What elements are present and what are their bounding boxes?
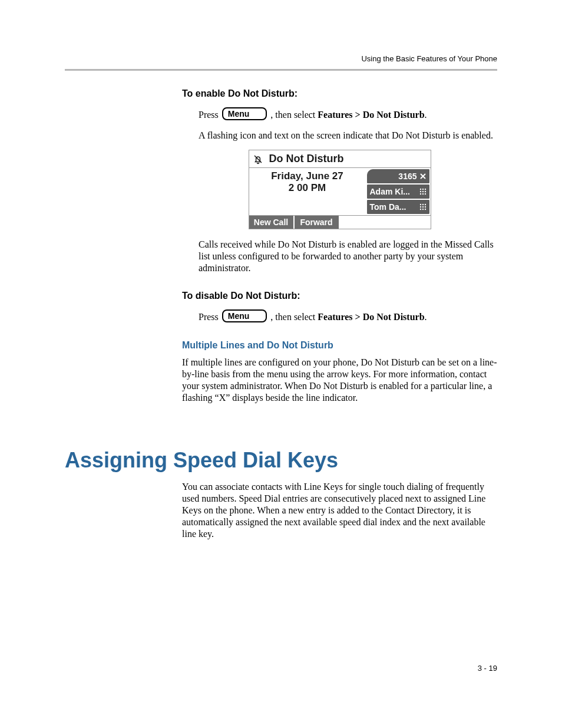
- svg-point-12: [419, 206, 421, 207]
- enable-dnd-heading: To enable Do Not Disturb:: [182, 88, 497, 99]
- phone-body: Friday, June 27 2 00 PM 3165 Adam Ki...: [249, 168, 431, 216]
- svg-point-9: [419, 204, 421, 205]
- dnd-bell-icon: [253, 154, 263, 164]
- then-select-label: , then select: [270, 311, 315, 323]
- disable-step: Press Menu , then select Features > Do N…: [199, 311, 497, 324]
- svg-point-4: [422, 191, 423, 192]
- svg-point-1: [422, 189, 423, 190]
- phone-time: 2 00 PM: [249, 182, 366, 194]
- svg-point-10: [422, 204, 423, 205]
- softkey-row: New Call Forward: [249, 216, 431, 229]
- svg-point-5: [424, 191, 425, 192]
- disable-dnd-heading: To disable Do Not Disturb:: [182, 291, 497, 301]
- line-keys-column: 3165 Adam Ki... Tom Da...: [366, 168, 431, 215]
- press-label: Press: [199, 311, 219, 323]
- phone-date-time: Friday, June 27 2 00 PM: [249, 168, 366, 215]
- keypad-icon: [419, 188, 427, 195]
- page-number: 3 - 19: [478, 664, 497, 673]
- page-root: Using the Basic Features of Your Phone T…: [0, 0, 562, 728]
- phone-screenshot: Do Not Disturb Friday, June 27 2 00 PM 3…: [249, 150, 431, 229]
- x-icon: [419, 173, 427, 180]
- softkey-forward: Forward: [295, 216, 340, 229]
- line-key-2: Adam Ki...: [367, 185, 429, 199]
- multi-lines-heading: Multiple Lines and Do Not Disturb: [182, 340, 497, 351]
- svg-point-0: [419, 189, 421, 190]
- press-label: Press: [199, 109, 219, 121]
- svg-point-2: [424, 189, 425, 190]
- menu-key-icon: Menu: [222, 309, 267, 322]
- phone-titlebar: Do Not Disturb: [249, 150, 431, 168]
- svg-point-11: [424, 204, 425, 205]
- line-key-1-label: 3165: [398, 172, 416, 181]
- phone-title: Do Not Disturb: [269, 153, 427, 165]
- line-key-3-label: Tom Da...: [370, 202, 406, 212]
- phone-date: Friday, June 27: [249, 170, 366, 182]
- header-rule: [65, 69, 497, 71]
- svg-point-15: [419, 209, 421, 210]
- enable-step: Press Menu , then select Features > Do N…: [199, 108, 497, 121]
- keypad-icon: [419, 203, 427, 210]
- enable-note: A flashing icon and text on the screen i…: [199, 130, 497, 141]
- multi-lines-body: If multiple lines are configured on your…: [182, 357, 497, 404]
- softkey-blank-2: [385, 216, 431, 229]
- svg-point-8: [424, 193, 425, 195]
- svg-point-14: [424, 206, 425, 207]
- nav-path: Features > Do Not Disturb: [318, 109, 424, 121]
- missed-calls-note: Calls received while Do Not Disturb is e…: [199, 239, 497, 274]
- svg-point-6: [419, 193, 421, 195]
- menu-key-icon: Menu: [222, 107, 267, 120]
- speed-dial-body: You can associate contacts with Line Key…: [182, 481, 497, 540]
- section-heading-speed-dial: Assigning Speed Dial Keys: [65, 448, 338, 473]
- nav-path: Features > Do Not Disturb: [318, 311, 424, 323]
- svg-point-16: [422, 209, 423, 210]
- svg-point-13: [422, 206, 423, 207]
- svg-point-7: [422, 193, 423, 195]
- main-content: To enable Do Not Disturb: Press Menu , t…: [182, 88, 497, 412]
- svg-point-3: [419, 191, 421, 192]
- svg-point-17: [424, 209, 425, 210]
- line-key-1: 3165: [367, 169, 429, 183]
- then-select-label: , then select: [270, 109, 315, 121]
- secondary-content: You can associate contacts with Line Key…: [182, 481, 497, 548]
- running-header: Using the Basic Features of Your Phone: [361, 54, 497, 63]
- line-key-3: Tom Da...: [367, 200, 429, 214]
- softkey-new-call: New Call: [249, 216, 295, 229]
- line-key-2-label: Adam Ki...: [370, 187, 410, 196]
- softkey-blank-1: [340, 216, 385, 229]
